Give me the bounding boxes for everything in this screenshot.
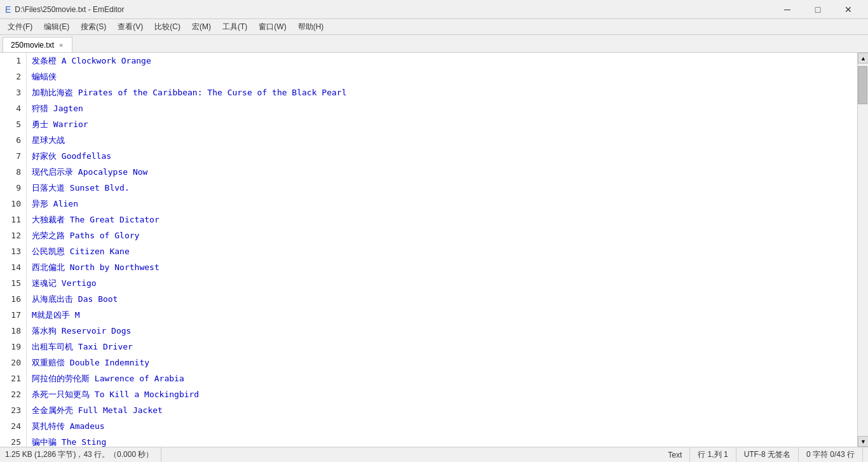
menu-macro[interactable]: 宏(M) [187,20,216,34]
text-line[interactable]: 公民凯恩 Citizen Kane [32,243,857,259]
text-line[interactable]: M就是凶手 M [32,307,857,323]
line-numbers: 1234567891011121314151617181920212223242… [0,53,27,447]
menu-help[interactable]: 帮助(H) [293,20,329,34]
text-line[interactable]: 光荣之路 Paths of Glory [32,228,857,243]
line-number: 14 [3,259,21,275]
file-tab[interactable]: 250movie.txt × [3,37,72,52]
line-number: 8 [3,164,21,180]
titlebar-controls: ─ □ ✕ [773,0,863,19]
text-line[interactable]: 从海底出击 Das Boot [32,291,857,307]
text-line[interactable]: 西北偏北 North by Northwest [32,259,857,275]
line-number: 23 [3,402,21,418]
menu-view[interactable]: 查看(V) [112,20,148,34]
line-number: 20 [3,355,21,370]
menu-search[interactable]: 搜索(S) [76,20,111,34]
text-line[interactable]: 迷魂记 Vertigo [32,275,857,291]
text-line[interactable]: 异形 Alien [32,196,857,212]
editor-area: 1234567891011121314151617181920212223242… [0,53,868,447]
menubar: 文件(F)编辑(E)搜索(S)查看(V)比较(C)宏(M)工具(T)窗口(W)帮… [0,19,868,35]
line-number: 5 [3,116,21,132]
line-number: 12 [3,228,21,243]
line-number: 9 [3,180,21,196]
titlebar-left: E D:\Files\250movie.txt - EmEditor [5,4,124,15]
text-line[interactable]: 莫扎特传 Amadeus [32,418,857,434]
text-line[interactable]: 日落大道 Sunset Blvd. [32,180,857,196]
line-number: 10 [3,196,21,212]
line-number: 21 [3,370,21,386]
text-content[interactable]: 发条橙 A Clockwork Orange蝙蝠侠加勒比海盗 Pirates o… [27,53,857,447]
line-number: 4 [3,100,21,116]
text-line[interactable]: 好家伙 Goodfellas [32,148,857,164]
text-line[interactable]: 全金属外壳 Full Metal Jacket [32,402,857,418]
maximize-button[interactable]: □ [803,0,832,19]
tabbar: 250movie.txt × [0,35,868,53]
menu-window[interactable]: 窗口(W) [254,20,291,34]
titlebar-title: D:\Files\250movie.txt - EmEditor [15,5,124,14]
line-number: 18 [3,323,21,339]
line-number: 6 [3,132,21,148]
line-number: 17 [3,307,21,323]
text-line[interactable]: 双重赔偿 Double Indemnity [32,355,857,370]
line-number: 24 [3,418,21,434]
line-number: 22 [3,386,21,402]
text-line[interactable]: 加勒比海盗 Pirates of the Caribbean: The Curs… [32,85,857,100]
text-line[interactable]: 骗中骗 The Sting [32,434,857,447]
menu-edit[interactable]: 编辑(E) [39,20,74,34]
status-filesize: 1.25 KB (1,286 字节)，43 行。（0.000 秒） [5,447,161,462]
line-number: 15 [3,275,21,291]
text-line[interactable]: 发条橙 A Clockwork Orange [32,53,857,69]
line-number: 19 [3,339,21,355]
line-number: 2 [3,69,21,85]
tab-close-button[interactable]: × [58,41,64,49]
scroll-down-button[interactable]: ▼ [858,436,868,447]
tab-filename: 250movie.txt [11,41,54,50]
scroll-up-button[interactable]: ▲ [858,53,868,64]
status-chars: 0 字符 0/43 行 [799,447,863,462]
text-line[interactable]: 阿拉伯的劳伦斯 Lawrence of Arabia [32,370,857,386]
text-line[interactable]: 星球大战 [32,132,857,148]
text-line[interactable]: 出租车司机 Taxi Driver [32,339,857,355]
titlebar: E D:\Files\250movie.txt - EmEditor ─ □ ✕ [0,0,868,19]
emeditor-icon: E [5,4,11,15]
close-button[interactable]: ✕ [834,0,863,19]
text-line[interactable]: 杀死一只知更鸟 To Kill a Mockingbird [32,386,857,402]
line-number: 1 [3,53,21,69]
line-number: 11 [3,212,21,228]
text-line[interactable]: 现代启示录 Apocalypse Now [32,164,857,180]
statusbar: 1.25 KB (1,286 字节)，43 行。（0.000 秒） Text 行… [0,447,868,462]
text-line[interactable]: 大独裁者 The Great Dictator [32,212,857,228]
menu-file[interactable]: 文件(F) [3,20,37,34]
minimize-button[interactable]: ─ [773,0,802,19]
text-line[interactable]: 落水狗 Reservoir Dogs [32,323,857,339]
scroll-thumb[interactable] [858,66,867,104]
menu-compare[interactable]: 比较(C) [149,20,186,34]
line-number: 16 [3,291,21,307]
scroll-track[interactable] [858,64,868,436]
menu-tools[interactable]: 工具(T) [217,20,252,34]
status-type: Text [660,447,690,462]
status-position: 行 1,列 1 [690,447,736,462]
line-number: 3 [3,85,21,100]
text-line[interactable]: 勇士 Warrior [32,116,857,132]
line-number: 25 [3,434,21,447]
text-line[interactable]: 狩猎 Jagten [32,100,857,116]
line-number: 7 [3,148,21,164]
text-line[interactable]: 蝙蝠侠 [32,69,857,85]
vertical-scrollbar[interactable]: ▲ ▼ [857,53,868,447]
status-encoding: UTF-8 无签名 [736,447,799,462]
line-number: 13 [3,243,21,259]
